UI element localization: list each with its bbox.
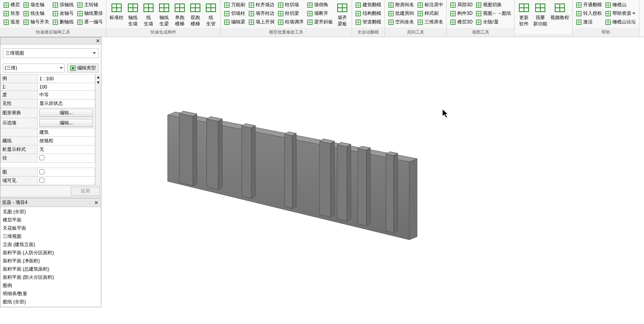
tree-item[interactable]: 见图 (全部) xyxy=(0,208,101,216)
property-checkbox[interactable] xyxy=(39,155,44,160)
reorder-axis-button[interactable]: 轴线重排 xyxy=(75,9,104,18)
tree-item[interactable]: 图纸 (全部) xyxy=(0,298,101,306)
video-button[interactable]: 视频教程 xyxy=(549,1,571,22)
activate-button[interactable]: 激活 xyxy=(574,18,603,26)
properties-scrollbar[interactable]: ▴ ▾ xyxy=(95,74,101,185)
property-value-cell[interactable]: 编辑... xyxy=(38,108,95,118)
tree-item[interactable]: 立面 (建筑立面) xyxy=(0,241,101,249)
wall-break-button[interactable]: 墙断开 xyxy=(305,9,334,18)
property-value-cell[interactable] xyxy=(38,168,95,177)
tree-item[interactable]: 面积平面 (总建筑面积) xyxy=(0,265,101,273)
single-stair-button[interactable]: 单跑楼梯 xyxy=(172,1,188,28)
property-edit-button[interactable]: 编辑... xyxy=(39,119,93,127)
batch-room-button[interactable]: 批建房间 xyxy=(386,9,416,18)
col-adj-button[interactable]: 柱墙调序 xyxy=(276,18,305,26)
local3d-button[interactable]: 局部3D xyxy=(448,1,474,9)
full-hide-button[interactable]: 全隐/显 xyxy=(474,18,513,26)
floor3d-button[interactable]: 楼层3D xyxy=(448,18,474,26)
property-value-cell[interactable]: 编辑... xyxy=(38,118,95,128)
double-stair-button[interactable]: 双跑楼梯 xyxy=(188,1,203,28)
property-checkbox[interactable] xyxy=(39,169,44,174)
type-selector[interactable]: (三维) xyxy=(3,64,65,73)
ribbon-group-title: 视图工具 xyxy=(447,28,514,37)
pipe-flip-button[interactable]: 管道翻模 xyxy=(354,18,383,26)
style-brush-button[interactable]: 样式刷 xyxy=(416,9,445,18)
unlock-button[interactable]: 开通翻模 xyxy=(574,1,603,9)
tree-item[interactable]: 明细表/数量 xyxy=(0,290,101,298)
tree-item[interactable]: 面积平面 (净面积) xyxy=(0,257,101,265)
wall-axis-button[interactable]: 墙生轴 xyxy=(21,1,51,9)
wall-edge-button[interactable]: 墙齐柱边 xyxy=(247,9,276,18)
col-beam-button[interactable]: 柱切梁 xyxy=(276,9,305,18)
scroll-up-icon[interactable]: ▴ xyxy=(96,74,101,80)
property-input[interactable] xyxy=(39,76,93,81)
brush-button[interactable]: 万能刷 xyxy=(222,1,247,9)
cut-col-button[interactable]: 切墙柱 xyxy=(222,9,247,18)
property-row: 1:100 xyxy=(1,83,95,91)
view-switch-button[interactable]: 视图切换 xyxy=(474,1,513,9)
view-type-combo[interactable]: 三维视图 xyxy=(3,48,99,58)
model-viewport[interactable] xyxy=(101,37,644,324)
ribbon-btn-label: 逐一编号 xyxy=(84,19,103,25)
ribbon-group-title: 房间工具 xyxy=(385,28,446,37)
tree-item[interactable]: 面积平面 (防火分区面积) xyxy=(0,273,101,282)
axis-beam-button[interactable]: 轴线生梁 xyxy=(156,1,172,28)
wall-chamfer-button[interactable]: 墙倒角 xyxy=(305,1,334,9)
svg-marker-179 xyxy=(242,126,251,198)
col-cut-button[interactable]: 柱切墙 xyxy=(276,1,305,9)
property-edit-button[interactable]: 编辑... xyxy=(39,109,93,117)
beam-slant-button[interactable]: 梁齐斜板 xyxy=(305,18,334,26)
olive-button[interactable]: 橄榄山 xyxy=(603,1,637,9)
forum-button[interactable]: 橄榄山论坛 xyxy=(603,18,637,26)
tree-item[interactable]: 天花板平面 xyxy=(0,224,101,232)
del-axis-button[interactable]: 删轴线 xyxy=(51,18,75,26)
wall-open-button[interactable]: 墙上开洞 xyxy=(247,18,276,26)
rename-space-button[interactable]: 空间改名 xyxy=(386,18,416,26)
floor-button[interactable]: 楼层 xyxy=(2,1,21,9)
room-3d-button[interactable]: 三维房名 xyxy=(416,18,445,26)
property-checkbox[interactable] xyxy=(39,178,44,183)
main-aux-button[interactable]: 主转辅 xyxy=(75,1,104,9)
wall-align-button[interactable]: 墙齐梁板 xyxy=(334,1,350,28)
ribbon-btn-label: 墙倒角 xyxy=(314,2,328,8)
scroll-down-icon[interactable]: ▾ xyxy=(96,80,101,85)
struct-flip-button[interactable]: 结构翻模 xyxy=(354,9,383,18)
edit-beam-button[interactable]: 编辑梁 xyxy=(222,18,247,26)
line-axis-button[interactable]: 线生轴 xyxy=(21,9,51,18)
property-value-cell[interactable] xyxy=(38,177,95,185)
add-axis-button[interactable]: 添轴线 xyxy=(51,1,75,9)
ribbon-btn-label: 视图←→图纸 xyxy=(483,10,511,17)
axis-switch-button[interactable]: 轴号开关 xyxy=(21,18,51,26)
close-icon[interactable]: ✕ xyxy=(95,38,101,44)
attach-room-button[interactable]: 附房间名 xyxy=(386,1,416,9)
tree-item[interactable]: 三维视图 xyxy=(0,232,101,241)
arch-flip-button[interactable]: 建筑翻模 xyxy=(354,1,383,9)
renumber-button[interactable]: 改轴号 xyxy=(51,9,75,18)
tree-item[interactable]: 图例 xyxy=(0,282,101,290)
property-value-cell[interactable] xyxy=(38,154,95,163)
axis-wall-button[interactable]: 轴线生墙 xyxy=(125,1,141,28)
ribbon-group-title: 全自动翻模 xyxy=(352,28,384,37)
tree-item[interactable]: 面积平面 (人防分区面积) xyxy=(0,249,101,257)
new-feat-button[interactable]: 我要新功能 xyxy=(532,1,549,28)
close-icon[interactable]: ✕ xyxy=(93,200,99,206)
help-res-button[interactable]: 帮助资源 xyxy=(603,9,637,18)
center-label-button[interactable]: 标注居中 xyxy=(416,1,445,9)
rect-button[interactable]: 矩形 xyxy=(2,9,21,18)
update-sw-button[interactable]: 更新软件 xyxy=(516,1,532,28)
edit-type-button[interactable]: 编辑类型 xyxy=(67,64,99,73)
line-pipe-button[interactable]: 线生管 xyxy=(203,1,219,28)
auth-button[interactable]: 转入授权 xyxy=(574,9,603,18)
tree-item[interactable]: 楼层平面 xyxy=(0,216,101,224)
ribbon-btn-label: 线生轴 xyxy=(30,10,44,17)
line-wall-button[interactable]: 线生墙 xyxy=(141,1,156,28)
property-value-cell[interactable] xyxy=(38,74,95,83)
col-edge-button[interactable]: 柱齐墙边 xyxy=(247,1,276,9)
std-col-button[interactable]: 标准柱 xyxy=(108,1,125,22)
view-to-sheet-button[interactable]: 视图←→图纸 xyxy=(474,9,513,18)
comp3d-button[interactable]: 构件3D xyxy=(448,9,474,18)
arc-button[interactable]: 弧形 xyxy=(2,18,21,26)
seq-number-button[interactable]: 逐一编号 xyxy=(75,18,104,26)
apply-button[interactable]: 应用 xyxy=(71,187,100,196)
ribbon-btn-label: 梁齐斜板 xyxy=(314,19,333,25)
